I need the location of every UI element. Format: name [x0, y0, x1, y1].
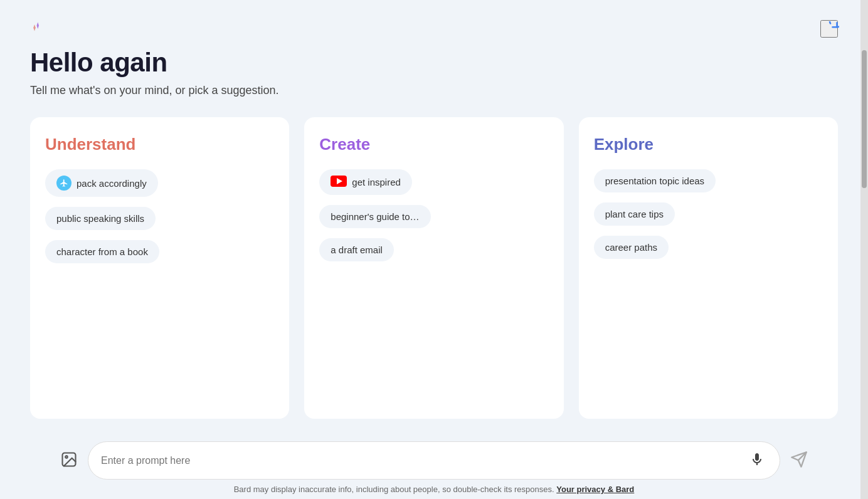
prompt-input[interactable] — [101, 455, 742, 466]
chip-beginners-guide-label: beginner's guide to… — [331, 211, 419, 222]
chip-get-inspired[interactable]: get inspired — [319, 169, 412, 195]
scrollbar-thumb[interactable] — [862, 50, 867, 188]
greeting-subtitle: Tell me what's on your mind, or pick a s… — [30, 84, 838, 97]
privacy-link[interactable]: Your privacy & Bard — [556, 485, 634, 494]
scrollbar-track[interactable] — [860, 0, 868, 499]
chip-plant-care-label: plant care tips — [605, 209, 664, 219]
chip-career-paths[interactable]: career paths — [594, 236, 669, 259]
chip-get-inspired-label: get inspired — [352, 177, 401, 187]
bottom-bar: Bard may display inaccurate info, includ… — [0, 434, 868, 499]
card-explore: Explore presentation topic ideas plant c… — [579, 117, 838, 419]
image-upload-button[interactable] — [58, 448, 80, 473]
chip-public-speaking[interactable]: public speaking skills — [45, 207, 156, 230]
disclaimer-text: Bard may display inaccurate info, includ… — [234, 485, 635, 494]
refresh-button[interactable] — [820, 20, 838, 38]
chip-public-speaking-label: public speaking skills — [56, 213, 144, 224]
main-container: Hello again Tell me what's on your mind,… — [0, 0, 868, 434]
card-title-create: Create — [319, 135, 548, 154]
chip-plant-care[interactable]: plant care tips — [594, 202, 675, 226]
top-bar — [30, 20, 838, 38]
youtube-icon — [331, 176, 347, 189]
chip-career-paths-label: career paths — [605, 242, 657, 253]
card-understand: Understand pack accordingly public speak… — [30, 117, 289, 419]
chip-beginners-guide[interactable]: beginner's guide to… — [319, 205, 430, 228]
chip-presentation-topics[interactable]: presentation topic ideas — [594, 169, 716, 192]
plane-icon — [56, 176, 71, 191]
chip-character-from-book-label: character from a book — [56, 246, 148, 257]
chip-draft-email[interactable]: a draft email — [319, 238, 394, 261]
chip-character-from-book[interactable]: character from a book — [45, 240, 159, 263]
card-create: Create get inspired beginner's guide to…… — [304, 117, 563, 419]
chip-pack-accordingly[interactable]: pack accordingly — [45, 169, 158, 197]
sparkle-icon — [30, 20, 48, 38]
prompt-input-wrapper — [88, 441, 780, 480]
chip-presentation-topics-label: presentation topic ideas — [605, 176, 704, 186]
card-title-understand: Understand — [45, 135, 274, 154]
input-row — [58, 441, 810, 480]
card-title-explore: Explore — [594, 135, 823, 154]
cards-row: Understand pack accordingly public speak… — [30, 117, 838, 419]
chip-draft-email-label: a draft email — [331, 244, 383, 255]
svg-point-3 — [65, 456, 68, 458]
chip-pack-accordingly-label: pack accordingly — [77, 178, 147, 189]
send-button[interactable] — [788, 448, 810, 473]
mic-button[interactable] — [747, 449, 767, 471]
greeting-title: Hello again — [30, 48, 838, 78]
